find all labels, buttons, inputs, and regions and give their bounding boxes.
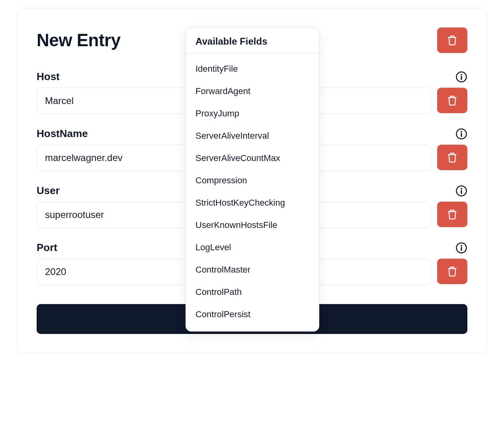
delete-field-hostname-button[interactable] [437, 145, 467, 170]
info-icon[interactable] [455, 242, 467, 254]
popover-item-identityfile[interactable]: IdentityFile [186, 58, 319, 80]
popover-item-compression[interactable]: Compression [186, 169, 319, 192]
popover-item-userknownhostsfile[interactable]: UserKnownHostsFile [186, 214, 319, 236]
info-icon[interactable] [455, 128, 467, 140]
page-title: New Entry [37, 30, 121, 50]
popover-item-serveraliveinterval[interactable]: ServerAliveInterval [186, 125, 319, 147]
field-label-user: User [37, 185, 60, 197]
svg-point-7 [461, 188, 462, 189]
popover-item-stricthostkeychecking[interactable]: StrictHostKeyChecking [186, 192, 319, 214]
field-label-port: Port [37, 242, 57, 254]
trash-icon [447, 35, 458, 46]
popover-item-controlpath[interactable]: ControlPath [186, 281, 319, 303]
trash-icon [447, 209, 458, 220]
svg-point-10 [461, 245, 462, 246]
delete-field-user-button[interactable] [437, 202, 467, 227]
svg-point-4 [461, 131, 462, 132]
delete-entry-button[interactable] [437, 27, 467, 53]
info-icon[interactable] [455, 71, 467, 83]
popover-item-forwardagent[interactable]: ForwardAgent [186, 80, 319, 102]
entry-card: New Entry Host [17, 8, 487, 353]
svg-point-1 [461, 74, 462, 75]
trash-icon [447, 152, 458, 163]
popover-item-proxyjump[interactable]: ProxyJump [186, 102, 319, 125]
popover-item-loglevel[interactable]: LogLevel [186, 236, 319, 259]
popover-item-controlpersist[interactable]: ControlPersist [186, 303, 319, 326]
popover-list: IdentityFile ForwardAgent ProxyJump Serv… [186, 54, 319, 331]
trash-icon [447, 95, 458, 106]
popover-title: Available Fields [186, 28, 319, 54]
popover-item-serveralivecountmax[interactable]: ServerAliveCountMax [186, 147, 319, 169]
popover-item-controlmaster[interactable]: ControlMaster [186, 259, 319, 281]
field-label-host: Host [37, 71, 60, 83]
info-icon[interactable] [455, 185, 467, 197]
trash-icon [447, 266, 458, 277]
field-label-hostname: HostName [37, 128, 88, 140]
available-fields-popover: Available Fields IdentityFile ForwardAge… [186, 27, 319, 332]
delete-field-port-button[interactable] [437, 259, 467, 284]
delete-field-host-button[interactable] [437, 88, 467, 113]
